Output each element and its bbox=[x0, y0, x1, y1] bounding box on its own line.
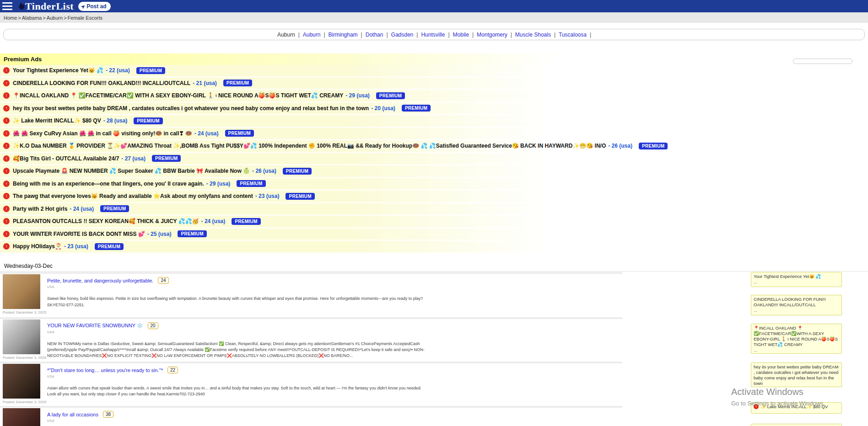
breadcrumb-city[interactable]: Auburn bbox=[47, 15, 63, 21]
listing-contact: SKYE702-577-2251 bbox=[47, 303, 423, 307]
premium-ad-row[interactable]: Upscale Playmate 🚨 NEW NUMBER 💦 Super So… bbox=[0, 165, 625, 178]
breadcrumb-state[interactable]: Alabama bbox=[22, 15, 42, 21]
breadcrumb-category[interactable]: Female Escorts bbox=[68, 15, 102, 21]
listing-title-link[interactable]: Petite, brunette, and dangerously unforg… bbox=[47, 278, 153, 283]
premium-ad-row[interactable]: hey its your best wettes petite baby DRE… bbox=[0, 103, 625, 116]
premium-ad-row[interactable]: Party with 2 Hot girls - 24 (usa) PREMIU… bbox=[0, 203, 625, 216]
premium-badge: PREMIUM bbox=[178, 230, 206, 237]
premium-ad-row[interactable]: Happy HOlidays🎅 - 23 (usa) PREMIUM bbox=[0, 241, 625, 254]
premium-ad-meta: - 26 (usa) bbox=[252, 168, 276, 174]
card-separator bbox=[0, 272, 622, 274]
sidebar-premium-ad[interactable]: ✨ Lake Merritt INCALL✨ $80 QV ... bbox=[751, 402, 842, 414]
sidebar-premium-ad[interactable] bbox=[751, 424, 842, 426]
listing-body: Petite, brunette, and dangerously unforg… bbox=[47, 274, 423, 314]
breadcrumb: Home > Alabama > Auburn > Female Escorts bbox=[0, 12, 868, 23]
city-link[interactable]: Montgomery bbox=[477, 32, 507, 38]
premium-ad-title[interactable]: Your Tightest Experience Yet😺 💦 bbox=[13, 67, 103, 74]
premium-ad-row[interactable]: Your Tightest Experience Yet😺 💦 - 22 (us… bbox=[0, 65, 625, 78]
up-arrow-icon bbox=[3, 206, 10, 212]
city-links-box: Auburn | Auburn | Birmingham | Dothan | … bbox=[3, 29, 865, 40]
horizontal-scrollbar[interactable] bbox=[793, 59, 852, 64]
premium-ad-title[interactable]: ✨K.O Daa NUMBER 🥇 PROVIDER ⏳✨💕AMAZING Th… bbox=[13, 143, 606, 149]
card-separator bbox=[0, 317, 622, 319]
city-link[interactable]: Muscle Shoals bbox=[515, 32, 551, 38]
city-link[interactable]: Gadsden bbox=[391, 32, 414, 38]
premium-ad-row[interactable]: PLEASANTON OUTCALLS !! SEXY KOREAN🥰 THIC… bbox=[0, 216, 625, 229]
listing-card: Posted: December 3, 2025 YOUR NEW FAVORI… bbox=[3, 320, 431, 360]
city-link[interactable]: Auburn bbox=[303, 32, 321, 38]
listing-card: Posted: December 3, 2025 Petite, brunett… bbox=[3, 274, 423, 314]
premium-ad-meta: - 24 (usa) bbox=[201, 218, 226, 224]
breadcrumb-separator: > bbox=[64, 15, 66, 21]
listing-photo[interactable] bbox=[3, 320, 40, 354]
sidebar-premium-ad[interactable]: Your Tightest Experience Yet😺 💦 ... bbox=[751, 272, 842, 287]
premium-ad-title[interactable]: Party with 2 Hot girls bbox=[13, 206, 67, 212]
date-header: Wednesday-03-Dec bbox=[0, 261, 868, 272]
premium-ad-meta: - 23 (usa) bbox=[255, 193, 280, 199]
post-ad-label: Post ad bbox=[86, 3, 106, 10]
premium-ad-row[interactable]: ✨ Lake Merritt INCALL✨ $80 QV - 28 (usa)… bbox=[0, 115, 625, 128]
premium-ad-title[interactable]: Happy HOlidays🎅 bbox=[13, 243, 62, 250]
sidebar-premium-ad[interactable]: hey its your best wettes petite baby DRE… bbox=[751, 362, 842, 387]
premium-badge: PREMIUM bbox=[95, 243, 124, 250]
premium-badge: PREMIUM bbox=[223, 80, 252, 86]
brand-logo[interactable]: TinderList bbox=[17, 1, 74, 11]
premium-ad-row[interactable]: 🌺 🌺 Sexy CuRvy Asian 🌺 🌺 in call 🍑 visit… bbox=[0, 128, 625, 141]
premium-ad-title[interactable]: CINDERELLA LOOKING FOR FUN!!! OAKLAND!!!… bbox=[13, 80, 190, 86]
listing-photo[interactable] bbox=[3, 364, 40, 399]
watermark-line1: Activate Windows bbox=[731, 387, 825, 397]
premium-ad-row[interactable]: Being with me is an experience—one that … bbox=[0, 178, 625, 191]
premium-ad-title[interactable]: 🥰Big Tits Girl - OUTCALL Available 24/7 bbox=[13, 155, 119, 162]
premium-ad-title[interactable]: 📍INCALL OAKLAND 📍 ✅FACETIME/CAR✅ WITH A … bbox=[13, 92, 343, 99]
listing-title-link[interactable]: A lady for all occasions bbox=[47, 412, 98, 417]
listing-photo-column: Posted: December 3, 2025 bbox=[3, 364, 43, 404]
listing-title-link[interactable]: *"Don't stare too long… unless you're re… bbox=[47, 367, 163, 373]
premium-ad-meta: - 24 (usa) bbox=[70, 206, 94, 212]
listing-card: A lady for all occasions 38 USA bbox=[3, 408, 113, 426]
premium-ad-row[interactable]: 📍INCALL OAKLAND 📍 ✅FACETIME/CAR✅ WITH A … bbox=[0, 90, 625, 103]
premium-ad-title[interactable]: ✨ Lake Merritt INCALL✨ $80 QV bbox=[13, 117, 101, 124]
premium-ad-row[interactable]: CINDERELLA LOOKING FOR FUN!!! OAKLAND!!!… bbox=[0, 78, 625, 91]
premium-ad-title[interactable]: 🌺 🌺 Sexy CuRvy Asian 🌺 🌺 in call 🍑 visit… bbox=[13, 130, 192, 137]
up-arrow-icon bbox=[3, 155, 10, 162]
premium-ad-row[interactable]: YOUR WINTER FAVORITE IS BACK DONT MISS 💕… bbox=[0, 229, 625, 241]
listing-location: USA bbox=[47, 419, 113, 422]
card-separator bbox=[0, 406, 622, 408]
sidebar-ad-more: ... bbox=[754, 347, 839, 353]
premium-ad-row[interactable]: ✨K.O Daa NUMBER 🥇 PROVIDER ⏳✨💕AMAZING Th… bbox=[0, 140, 625, 153]
city-link[interactable]: Dothan bbox=[366, 32, 383, 38]
sidebar-premium-ad[interactable]: 📍INCALL OAKLAND 📍 ✅FACETIME/CAR✅WITH A S… bbox=[751, 324, 842, 354]
up-arrow-icon bbox=[3, 231, 10, 237]
city-link[interactable]: Tuscaloosa bbox=[559, 32, 587, 38]
post-ad-button[interactable]: Post ad bbox=[78, 2, 111, 11]
city-link[interactable]: Birmingham bbox=[329, 32, 358, 38]
listing-body: A lady for all occasions 38 USA bbox=[47, 408, 113, 426]
city-divider: | bbox=[554, 32, 555, 38]
premium-ad-row[interactable]: The pawg that everyone loves😼 Ready and … bbox=[0, 191, 625, 203]
breadcrumb-separator: > bbox=[18, 15, 21, 21]
age-badge: 24 bbox=[158, 277, 168, 284]
posted-date: Posted: December 3, 2025 bbox=[3, 310, 43, 314]
sidebar-ad-more: ... bbox=[754, 410, 839, 414]
city-link-current[interactable]: Auburn bbox=[277, 32, 295, 38]
premium-ad-row[interactable]: 🥰Big Tits Girl - OUTCALL Available 24/7 … bbox=[0, 153, 625, 166]
city-link[interactable]: Huntsville bbox=[421, 32, 445, 38]
hamburger-menu-icon[interactable] bbox=[2, 2, 12, 10]
listing-photo[interactable] bbox=[3, 274, 40, 309]
premium-badge: PREMIUM bbox=[100, 205, 129, 212]
premium-ad-title[interactable]: hey its your best wettes petite baby DRE… bbox=[13, 105, 369, 112]
premium-ad-title[interactable]: The pawg that everyone loves😼 Ready and … bbox=[13, 193, 253, 199]
city-link[interactable]: Mobile bbox=[453, 32, 469, 38]
listing-title-link[interactable]: YOUR NEW FAVORITE SNOWBUNNY ❄️ bbox=[47, 323, 143, 329]
premium-ad-title[interactable]: YOUR WINTER FAVORITE IS BACK DONT MISS 💕 bbox=[13, 231, 145, 237]
premium-ad-title[interactable]: Being with me is an experience—one that … bbox=[13, 181, 204, 187]
premium-ad-title[interactable]: Upscale Playmate 🚨 NEW NUMBER 💦 Super So… bbox=[13, 168, 250, 174]
sidebar-premium-ad[interactable]: CINDERELLA LOOKING FOR FUN!!! OAKLAND!!!… bbox=[751, 295, 842, 315]
premium-ad-title[interactable]: PLEASANTON OUTCALLS !! SEXY KOREAN🥰 THIC… bbox=[13, 218, 199, 224]
age-badge: 38 bbox=[103, 411, 113, 418]
breadcrumb-home[interactable]: Home bbox=[4, 15, 17, 21]
listing-photo[interactable] bbox=[3, 408, 40, 426]
city-divider: | bbox=[361, 32, 362, 38]
premium-ad-meta: - 27 (usa) bbox=[121, 155, 146, 162]
card-separator bbox=[0, 362, 622, 363]
